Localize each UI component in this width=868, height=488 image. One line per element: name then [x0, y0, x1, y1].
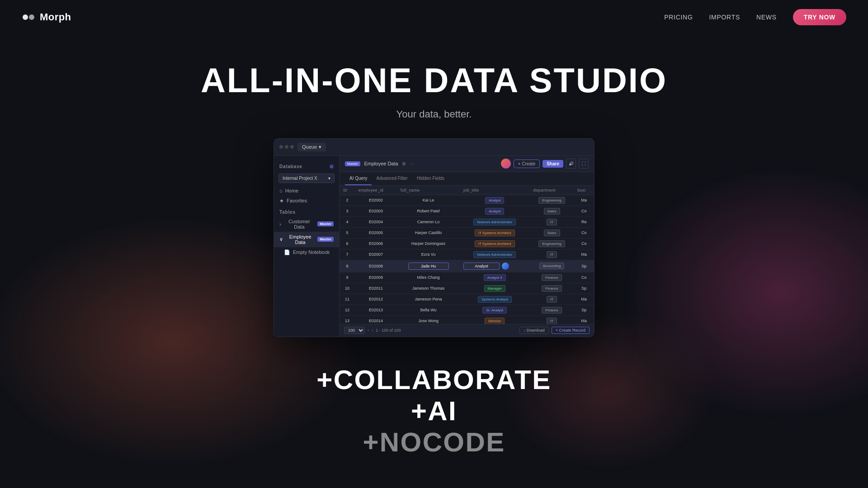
bottom-line-nocode: +NOCODE — [0, 427, 868, 458]
cell-id: 8 — [340, 260, 355, 272]
table-footer: 100 50 25 ‹ › 1 - 100 of 100 ↓ Download … — [340, 324, 594, 337]
nav-links: PRICING IMPORTS NEWS TRY NOW — [664, 9, 846, 25]
project-name: Internal Project X — [283, 176, 317, 181]
hero-subtitle: Your data, better. — [0, 108, 868, 120]
table-row: 13 E02014 Jose Wong Director IT Ma — [340, 315, 594, 324]
cell-job-title: Manager — [460, 283, 530, 294]
share-button[interactable]: Share — [542, 160, 563, 168]
table-row: 9 E02009 Miles Chang Analyst II Finance … — [340, 272, 594, 283]
create-button[interactable]: + Create — [514, 160, 540, 168]
page-size-select[interactable]: 100 50 25 — [344, 327, 365, 334]
content-topbar-right: + Create Share 🔊 ⛶ — [501, 159, 589, 169]
queue-tab[interactable]: Queue ▾ — [297, 143, 326, 151]
filter-tab-advanced[interactable]: Advanced Filter — [372, 172, 412, 185]
bottom-line-collaborate: +COLLABORATE — [0, 364, 868, 395]
cell-busi: Sp — [574, 260, 594, 272]
cell-employee-id: E02011 — [355, 283, 397, 294]
table-row: 3 E02003 Robert Patel Analyst Sales Co — [340, 206, 594, 216]
sidebar-item-favorites[interactable]: ★ Favorites — [274, 196, 339, 206]
dot-3 — [290, 145, 294, 149]
cell-employee-id: E02002 — [355, 195, 397, 206]
cell-department: Finance — [530, 305, 574, 315]
chevron-right-icon: › — [279, 221, 281, 227]
col-department: department — [530, 186, 574, 195]
cell-department: IT — [530, 216, 574, 227]
window-dots — [279, 145, 294, 149]
content-topbar: Master Employee Data ⚙ ⋯ + Create Share … — [340, 156, 594, 172]
sidebar-home-label: Home — [285, 188, 298, 193]
cell-department: IT — [530, 315, 574, 324]
nav-link-news[interactable]: NEWS — [756, 14, 777, 21]
data-table: ID employee_id full_name job_title depar… — [340, 186, 594, 324]
queue-label: Queue — [302, 144, 317, 150]
create-record-button[interactable]: + Create Record — [552, 327, 590, 334]
home-icon: ⌂ — [279, 188, 283, 193]
dot-1 — [279, 145, 283, 149]
cell-id: 2 — [340, 195, 355, 206]
cell-full-name: Harper Dominguez — [397, 238, 460, 249]
cell-busi: Ma — [574, 315, 594, 324]
cell-busi: Sp — [574, 283, 594, 294]
more-icon: ⋯ — [410, 161, 414, 166]
filter-tab-ai-query[interactable]: AI Query — [345, 172, 372, 185]
star-icon: ★ — [279, 198, 284, 204]
table-scroll[interactable]: ID employee_id full_name job_title depar… — [340, 186, 594, 324]
cell-full-name: Cameron Lo — [397, 216, 460, 227]
cell-job-title: Analyst — [460, 260, 530, 272]
cell-id: 11 — [340, 294, 355, 305]
cell-department: Finance — [530, 283, 574, 294]
dot-2 — [285, 145, 288, 149]
filter-tab-hidden[interactable]: Hidden Fields — [412, 172, 449, 185]
nav-link-imports[interactable]: IMPORTS — [709, 14, 740, 21]
cell-id: 9 — [340, 272, 355, 283]
nav-next-icon[interactable]: › — [372, 328, 373, 333]
cell-employee-id: E02014 — [355, 315, 397, 324]
filter-tabs: AI Query Advanced Filter Hidden Fields — [340, 172, 594, 186]
cell-employee-id: E02012 — [355, 294, 397, 305]
nav-logo[interactable]: Morph — [22, 10, 71, 24]
app-topbar-left: Queue ▾ — [279, 143, 326, 151]
table-row: 11 E02012 Jameson Pena Systems Analyst I… — [340, 294, 594, 305]
try-now-button[interactable]: TRY NOW — [793, 9, 846, 25]
sidebar-item-home[interactable]: ⌂ Home — [274, 186, 339, 196]
col-job-title: job_title — [460, 186, 530, 195]
nav-prev-icon[interactable]: ‹ — [368, 328, 369, 333]
cell-employee-id: E02007 — [355, 249, 397, 260]
cell-full-name: Robert Patel — [397, 206, 460, 216]
cell-full-name: Miles Chang — [397, 272, 460, 283]
sidebar-item-empty-notebook[interactable]: 📄 Empty Notebook — [274, 247, 339, 258]
cell-id: 6 — [340, 238, 355, 249]
expand-icon-btn[interactable]: ⛶ — [579, 159, 589, 169]
cell-job-title: Analyst — [460, 206, 530, 216]
download-button[interactable]: ↓ Download — [519, 327, 549, 334]
volume-icon-btn[interactable]: 🔊 — [566, 159, 576, 169]
cell-id: 12 — [340, 305, 355, 315]
cell-id: 3 — [340, 206, 355, 216]
cell-busi: Ma — [574, 294, 594, 305]
cell-job-title: Systems Analyst — [460, 294, 530, 305]
cell-full-name: Harper Castillo — [397, 227, 460, 238]
table-row: 10 E02011 Jameson Thomas Manager Finance… — [340, 283, 594, 294]
cell-job-title: Analyst — [460, 195, 530, 206]
col-full-name: full_name — [397, 186, 460, 195]
nav-link-pricing[interactable]: PRICING — [664, 14, 693, 21]
cell-full-name: Jose Wong — [397, 315, 460, 324]
cell-job-title: Network Administrator — [460, 216, 530, 227]
project-dropdown[interactable]: Internal Project X ▾ — [278, 174, 335, 183]
sidebar-item-customer-data[interactable]: › Customer Data Master — [274, 216, 339, 232]
cell-job-title: Director — [460, 315, 530, 324]
master-badge-employee: Master — [317, 237, 334, 242]
col-id: ID — [340, 186, 355, 195]
cell-full-name: Jade Hu — [397, 260, 460, 272]
sidebar-db-label: Database — [279, 164, 302, 169]
table-row: 5 E02005 Harper Castillo IT Systems Arch… — [340, 227, 594, 238]
cell-busi: Co — [574, 227, 594, 238]
morph-logo-icon — [22, 10, 35, 24]
table-row: 6 E02006 Harper Dominguez IT Systems Arc… — [340, 238, 594, 249]
footer-left: 100 50 25 ‹ › 1 - 100 of 100 — [344, 327, 401, 334]
sidebar-customer-data-label: Customer Data — [284, 219, 315, 230]
sidebar-tables-section: Tables — [274, 208, 339, 216]
cell-job-title: Sr. Analyst — [460, 305, 530, 315]
sidebar-item-employee-data[interactable]: ∨ Employee Data Master — [274, 232, 339, 247]
cell-busi: Re — [574, 216, 594, 227]
